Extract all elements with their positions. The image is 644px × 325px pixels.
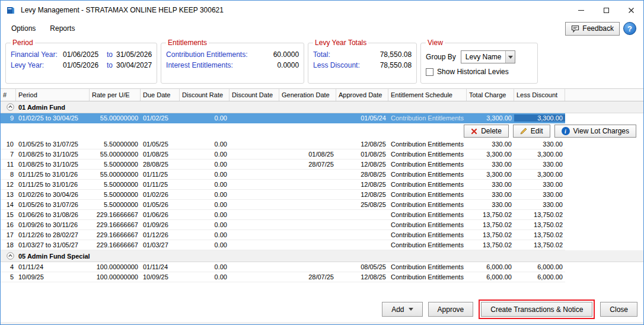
collapse-icon[interactable] xyxy=(7,252,14,260)
cell-entitlement_schedule: Contribution Entitlements xyxy=(388,114,467,122)
cell-less_discount: 6,000.00 xyxy=(514,273,565,281)
cell-approved_date: 12/08/25 xyxy=(336,141,388,148)
cell-entitlement_schedule: Contribution Entitlements xyxy=(388,201,467,208)
cell-total_charge: 330.00 xyxy=(467,161,514,168)
annotation-highlight: Create Transactions & Notice xyxy=(479,299,595,319)
cell-rate_per_ue: 5.50000000 xyxy=(90,181,141,188)
cell-num: 5 xyxy=(1,273,16,281)
minimize-button[interactable] xyxy=(569,1,594,20)
edit-button[interactable]: Edit xyxy=(513,125,550,138)
cell-rate_per_ue: 5.50000000 xyxy=(90,191,141,198)
column-header-generation_date[interactable]: Generation Date xyxy=(279,89,336,101)
cell-rate_per_ue: 100.00000000 xyxy=(90,273,141,281)
total-value: 78,550.08 xyxy=(380,50,412,59)
less-discount-value: 78,550.08 xyxy=(380,61,412,69)
levy-year-from: 01/05/2026 xyxy=(63,61,103,69)
cell-period: 01/05/25 to 31/07/25 xyxy=(16,141,90,148)
levy-year-label: Levy Year: xyxy=(11,61,63,69)
total-row: Total: 78,550.08 xyxy=(313,50,412,59)
interest-entitlements-value: 0.0000 xyxy=(277,61,299,69)
cell-generation_date: 28/07/25 xyxy=(279,161,336,168)
group-by-select[interactable]: Levy Name xyxy=(461,50,516,63)
feedback-button[interactable]: Feedback xyxy=(565,22,620,36)
table-row[interactable]: 1001/05/25 to 31/07/255.5000000001/05/25… xyxy=(1,139,565,149)
edit-icon xyxy=(520,128,527,135)
cell-less_discount: 13,750.02 xyxy=(514,231,565,238)
cell-generation_date: 01/08/25 xyxy=(279,151,336,158)
cell-less_discount: 13,750.02 xyxy=(514,241,565,248)
total-label: Total: xyxy=(313,50,330,59)
cell-period: 01/11/25 to 31/01/26 xyxy=(16,181,90,188)
approve-button[interactable]: Approve xyxy=(428,302,474,317)
view-panel: View Group By Levy Name Show Historical … xyxy=(420,39,538,84)
help-button[interactable]: ? xyxy=(623,22,636,35)
column-header-discount_date[interactable]: Discount Date xyxy=(229,89,279,101)
table-row[interactable]: 701/08/25 to 31/10/2555.0000000001/08/25… xyxy=(1,149,565,160)
table-row[interactable]: 901/02/25 to 30/04/2555.0000000001/02/25… xyxy=(1,113,565,123)
cell-rate_per_ue: 100.00000000 xyxy=(90,263,141,270)
financial-year-label: Financial Year: xyxy=(11,50,63,59)
cell-discount_rate: 0.00 xyxy=(180,241,229,248)
collapse-icon[interactable] xyxy=(7,103,14,111)
cell-rate_per_ue: 5.50000000 xyxy=(90,201,141,208)
column-header-approved_date[interactable]: Approved Date xyxy=(336,89,388,101)
create-transactions-button[interactable]: Create Transactions & Notice xyxy=(481,302,592,317)
table-row[interactable]: 1401/05/26 to 31/07/265.5000000001/05/26… xyxy=(1,200,565,210)
view-lot-charges-button[interactable]: i View Lot Charges xyxy=(554,125,637,138)
delete-button[interactable]: Delete xyxy=(464,125,509,138)
table-row[interactable]: 1601/09/26 to 30/11/26229.1666666701/09/… xyxy=(1,220,565,230)
column-header-total_charge[interactable]: Total Charge xyxy=(467,89,514,101)
close-button-footer[interactable]: Close xyxy=(600,302,637,317)
cell-entitlement_schedule: Contribution Entitlements xyxy=(388,191,467,198)
cell-rate_per_ue: 229.16666667 xyxy=(90,231,141,238)
cell-discount_rate: 0.00 xyxy=(180,114,229,122)
cell-period: 01/02/26 to 30/04/26 xyxy=(16,191,90,198)
financial-year-row: Financial Year: 01/06/2025 to 31/05/2026 xyxy=(11,50,152,59)
table-row[interactable]: 510/09/25100.0000000010/09/250.0028/07/2… xyxy=(1,272,565,282)
column-header-rate_per_ue[interactable]: Rate per U/E xyxy=(90,89,141,101)
table-row[interactable]: 1501/06/26 to 31/08/26229.1666666701/06/… xyxy=(1,210,565,220)
table-row[interactable]: 801/11/25 to 31/01/2655.0000000001/11/25… xyxy=(1,170,565,180)
cell-discount_rate: 0.00 xyxy=(180,201,229,208)
column-header-num[interactable]: # xyxy=(1,89,16,101)
group-header[interactable]: 01 Admin Fund xyxy=(1,101,643,113)
cell-due_date: 01/11/25 xyxy=(141,171,180,178)
cell-discount_rate: 0.00 xyxy=(180,211,229,218)
cell-due_date: 01/08/25 xyxy=(141,151,180,158)
close-button[interactable] xyxy=(619,1,643,20)
cell-entitlement_schedule: Contribution Entitlements xyxy=(388,171,467,178)
cell-approved_date: 12/08/25 xyxy=(336,181,388,188)
group-header[interactable]: 05 Admin Fund Special xyxy=(1,250,643,262)
titlebar: Levy Management - STRATAMAX ONLINE HELP … xyxy=(1,1,643,20)
maximize-button[interactable] xyxy=(594,1,619,20)
column-header-entitlement_schedule[interactable]: Entitlement Schedule xyxy=(388,89,467,101)
table-row[interactable]: 1101/08/25 to 31/10/255.5000000028/08/25… xyxy=(1,160,565,170)
table-row[interactable]: 1801/03/27 to 31/05/27229.1666666701/03/… xyxy=(1,240,565,250)
cell-num: 11 xyxy=(1,161,16,168)
column-header-due_date[interactable]: Due Date xyxy=(141,89,180,101)
show-historical-checkbox[interactable] xyxy=(426,68,433,76)
menu-options[interactable]: Options xyxy=(4,21,43,36)
cell-total_charge: 13,750.02 xyxy=(467,211,514,218)
column-header-less_discount[interactable]: Less Discount xyxy=(514,89,565,101)
interest-entitlements-label: Interest Entitlements: xyxy=(166,61,233,69)
cell-total_charge: 6,000.00 xyxy=(467,263,514,270)
table-row[interactable]: 1301/02/26 to 30/04/265.5000000001/02/26… xyxy=(1,190,565,200)
table-row[interactable]: 401/11/24100.0000000001/11/240.0008/05/2… xyxy=(1,262,565,272)
table-row[interactable]: 1701/12/26 to 28/02/27229.1666666701/12/… xyxy=(1,230,565,240)
cell-period: 10/09/25 xyxy=(16,273,90,281)
row-action-strip: Delete Edit i View Lot Charges xyxy=(1,123,643,139)
to-label: to xyxy=(107,50,113,59)
menu-reports[interactable]: Reports xyxy=(43,21,82,36)
add-button[interactable]: Add xyxy=(382,302,422,317)
column-header-discount_rate[interactable]: Discount Rate xyxy=(180,89,229,101)
cell-rate_per_ue: 55.00000000 xyxy=(90,114,141,122)
column-header-period[interactable]: Period xyxy=(16,89,90,101)
contribution-entitlements-label: Contribution Entitlements: xyxy=(166,50,247,59)
cell-num: 14 xyxy=(1,201,16,208)
cell-period: 01/09/26 to 30/11/26 xyxy=(16,221,90,228)
table-row[interactable]: 1201/11/25 to 31/01/265.5000000001/11/25… xyxy=(1,180,565,190)
menubar-right: Feedback ? xyxy=(565,22,640,36)
cell-less_discount: 330.00 xyxy=(514,181,565,188)
group-by-row: Group By Levy Name xyxy=(426,50,533,63)
